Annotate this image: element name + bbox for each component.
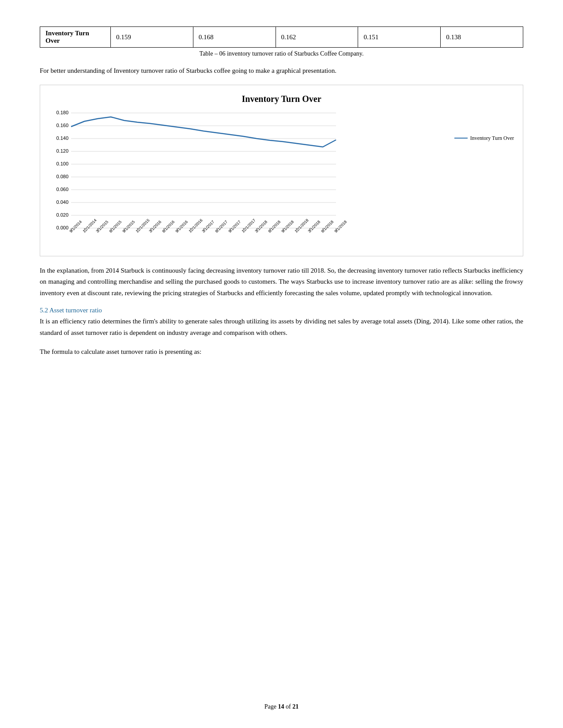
svg-text:0.040: 0.040 [56, 199, 68, 205]
table-cell-col4: 0.151 [358, 27, 441, 48]
legend-label: Inventory Turn Over [470, 135, 514, 142]
svg-text:9/1/2015: 9/1/2015 [121, 219, 136, 233]
chart-svg: 0.180 0.160 0.140 0.120 0.100 0.080 0.06… [49, 109, 411, 250]
svg-text:3/1/2018: 3/1/2018 [254, 219, 268, 233]
para-asset-def: It is an efficiency ratio determines the… [40, 316, 523, 338]
svg-text:3/1/2016: 3/1/2016 [148, 219, 162, 233]
svg-text:12/1/2015: 12/1/2015 [135, 218, 150, 233]
svg-text:0.000: 0.000 [56, 225, 68, 230]
page-number: 14 [278, 703, 284, 710]
svg-text:6/1/2018: 6/1/2018 [267, 219, 281, 233]
svg-text:0.100: 0.100 [56, 161, 68, 166]
svg-text:3/1/2018: 3/1/2018 [307, 219, 321, 233]
svg-text:0.080: 0.080 [56, 174, 68, 179]
svg-text:6/1/2016: 6/1/2016 [161, 219, 175, 233]
svg-text:0.060: 0.060 [56, 187, 68, 192]
svg-text:6/1/2017: 6/1/2017 [214, 219, 228, 233]
footer-text: Page 14 of 21 [264, 703, 299, 710]
legend-line-icon [454, 138, 468, 139]
page-footer: Page 14 of 21 [0, 703, 563, 710]
svg-text:0.140: 0.140 [56, 135, 68, 141]
svg-text:6/1/2018: 6/1/2018 [320, 219, 334, 233]
svg-text:0.120: 0.120 [56, 148, 68, 154]
para-intro: For better understanding of Inventory tu… [40, 65, 523, 77]
svg-text:6/1/2015: 6/1/2015 [108, 219, 122, 233]
table-caption: Table – 06 inventory turnover ratio of S… [40, 50, 523, 57]
svg-text:9/1/2016: 9/1/2016 [174, 219, 189, 233]
para-formula-intro: The formula to calculate asset turnover … [40, 346, 523, 358]
svg-text:9/1/2017: 9/1/2017 [227, 219, 242, 233]
chart-legend: Inventory Turn Over [450, 109, 514, 142]
section-heading-asset: 5.2 Asset turnover ratio [40, 307, 523, 314]
svg-text:12/1/2017: 12/1/2017 [241, 218, 256, 233]
svg-text:0.020: 0.020 [56, 212, 68, 218]
chart-title: Inventory Turn Over [49, 94, 514, 104]
table-cell-col1: 0.159 [111, 27, 193, 48]
svg-text:9/1/2018: 9/1/2018 [280, 219, 295, 233]
para-explanation: In the explanation, from 2014 Starbuck i… [40, 265, 523, 299]
svg-text:3/1/2015: 3/1/2015 [95, 219, 109, 233]
svg-text:12/1/2014: 12/1/2014 [82, 218, 97, 233]
table-cell-col2: 0.168 [193, 27, 276, 48]
svg-text:9/1/2018: 9/1/2018 [333, 219, 348, 233]
page-total: 21 [292, 703, 299, 710]
chart-inner: 0.180 0.160 0.140 0.120 0.100 0.080 0.06… [49, 109, 514, 251]
chart-svg-area: 0.180 0.160 0.140 0.120 0.100 0.080 0.06… [49, 109, 450, 251]
svg-text:3/1/2017: 3/1/2017 [201, 219, 215, 233]
inventory-table: Inventory Turn Over 0.159 0.168 0.162 0.… [40, 26, 523, 57]
svg-text:0.160: 0.160 [56, 123, 68, 128]
svg-text:12/1/2016: 12/1/2016 [188, 218, 203, 233]
table-cell-col3: 0.162 [276, 27, 358, 48]
table-cell-col5: 0.138 [441, 27, 523, 48]
svg-text:0.180: 0.180 [56, 110, 68, 115]
svg-text:12/1/2018: 12/1/2018 [294, 218, 309, 233]
svg-text:9/1/2014: 9/1/2014 [68, 219, 83, 233]
chart-container: Inventory Turn Over 0.1 [40, 85, 523, 256]
table-row-label: Inventory Turn Over [40, 27, 111, 48]
